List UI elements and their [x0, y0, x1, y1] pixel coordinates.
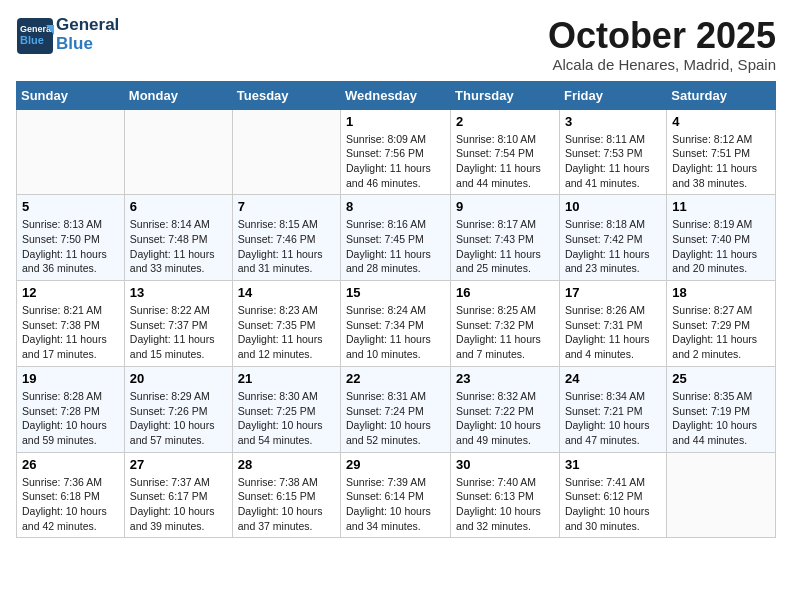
calendar-cell: 11Sunrise: 8:19 AM Sunset: 7:40 PM Dayli…: [667, 195, 776, 281]
calendar-cell: 20Sunrise: 8:29 AM Sunset: 7:26 PM Dayli…: [124, 366, 232, 452]
day-number: 7: [238, 199, 335, 214]
calendar-cell: [667, 452, 776, 538]
day-number: 6: [130, 199, 227, 214]
calendar-cell: [124, 109, 232, 195]
calendar-cell: 3Sunrise: 8:11 AM Sunset: 7:53 PM Daylig…: [559, 109, 666, 195]
day-number: 18: [672, 285, 770, 300]
cell-info: Sunrise: 7:39 AM Sunset: 6:14 PM Dayligh…: [346, 475, 445, 534]
calendar-cell: 8Sunrise: 8:16 AM Sunset: 7:45 PM Daylig…: [341, 195, 451, 281]
calendar-table: SundayMondayTuesdayWednesdayThursdayFrid…: [16, 81, 776, 539]
calendar-cell: 1Sunrise: 8:09 AM Sunset: 7:56 PM Daylig…: [341, 109, 451, 195]
calendar-cell: 2Sunrise: 8:10 AM Sunset: 7:54 PM Daylig…: [451, 109, 560, 195]
day-number: 23: [456, 371, 554, 386]
cell-info: Sunrise: 8:25 AM Sunset: 7:32 PM Dayligh…: [456, 303, 554, 362]
calendar-cell: 15Sunrise: 8:24 AM Sunset: 7:34 PM Dayli…: [341, 281, 451, 367]
calendar-cell: 14Sunrise: 8:23 AM Sunset: 7:35 PM Dayli…: [232, 281, 340, 367]
logo-icon: General Blue: [16, 17, 52, 53]
day-number: 9: [456, 199, 554, 214]
col-header-monday: Monday: [124, 81, 232, 109]
calendar-cell: 30Sunrise: 7:40 AM Sunset: 6:13 PM Dayli…: [451, 452, 560, 538]
cell-info: Sunrise: 8:09 AM Sunset: 7:56 PM Dayligh…: [346, 132, 445, 191]
calendar-cell: [232, 109, 340, 195]
calendar-cell: 31Sunrise: 7:41 AM Sunset: 6:12 PM Dayli…: [559, 452, 666, 538]
calendar-cell: 4Sunrise: 8:12 AM Sunset: 7:51 PM Daylig…: [667, 109, 776, 195]
calendar-cell: 28Sunrise: 7:38 AM Sunset: 6:15 PM Dayli…: [232, 452, 340, 538]
calendar-cell: 16Sunrise: 8:25 AM Sunset: 7:32 PM Dayli…: [451, 281, 560, 367]
cell-info: Sunrise: 7:41 AM Sunset: 6:12 PM Dayligh…: [565, 475, 661, 534]
day-number: 3: [565, 114, 661, 129]
day-number: 22: [346, 371, 445, 386]
cell-info: Sunrise: 8:34 AM Sunset: 7:21 PM Dayligh…: [565, 389, 661, 448]
logo-general-text: General: [56, 16, 119, 35]
calendar-cell: 21Sunrise: 8:30 AM Sunset: 7:25 PM Dayli…: [232, 366, 340, 452]
cell-info: Sunrise: 8:35 AM Sunset: 7:19 PM Dayligh…: [672, 389, 770, 448]
day-number: 12: [22, 285, 119, 300]
day-number: 21: [238, 371, 335, 386]
cell-info: Sunrise: 8:23 AM Sunset: 7:35 PM Dayligh…: [238, 303, 335, 362]
day-number: 24: [565, 371, 661, 386]
cell-info: Sunrise: 8:18 AM Sunset: 7:42 PM Dayligh…: [565, 217, 661, 276]
day-number: 10: [565, 199, 661, 214]
cell-info: Sunrise: 8:15 AM Sunset: 7:46 PM Dayligh…: [238, 217, 335, 276]
calendar-cell: 12Sunrise: 8:21 AM Sunset: 7:38 PM Dayli…: [17, 281, 125, 367]
day-number: 30: [456, 457, 554, 472]
day-number: 17: [565, 285, 661, 300]
col-header-sunday: Sunday: [17, 81, 125, 109]
logo: General Blue General Blue: [16, 16, 119, 53]
day-number: 14: [238, 285, 335, 300]
cell-info: Sunrise: 7:40 AM Sunset: 6:13 PM Dayligh…: [456, 475, 554, 534]
cell-info: Sunrise: 8:24 AM Sunset: 7:34 PM Dayligh…: [346, 303, 445, 362]
day-number: 20: [130, 371, 227, 386]
calendar-cell: 18Sunrise: 8:27 AM Sunset: 7:29 PM Dayli…: [667, 281, 776, 367]
cell-info: Sunrise: 8:26 AM Sunset: 7:31 PM Dayligh…: [565, 303, 661, 362]
day-number: 1: [346, 114, 445, 129]
calendar-cell: 25Sunrise: 8:35 AM Sunset: 7:19 PM Dayli…: [667, 366, 776, 452]
day-number: 4: [672, 114, 770, 129]
calendar-cell: 6Sunrise: 8:14 AM Sunset: 7:48 PM Daylig…: [124, 195, 232, 281]
calendar-cell: 17Sunrise: 8:26 AM Sunset: 7:31 PM Dayli…: [559, 281, 666, 367]
calendar-cell: 9Sunrise: 8:17 AM Sunset: 7:43 PM Daylig…: [451, 195, 560, 281]
cell-info: Sunrise: 8:12 AM Sunset: 7:51 PM Dayligh…: [672, 132, 770, 191]
col-header-wednesday: Wednesday: [341, 81, 451, 109]
cell-info: Sunrise: 8:31 AM Sunset: 7:24 PM Dayligh…: [346, 389, 445, 448]
day-number: 29: [346, 457, 445, 472]
day-number: 28: [238, 457, 335, 472]
cell-info: Sunrise: 8:29 AM Sunset: 7:26 PM Dayligh…: [130, 389, 227, 448]
day-number: 11: [672, 199, 770, 214]
calendar-cell: 29Sunrise: 7:39 AM Sunset: 6:14 PM Dayli…: [341, 452, 451, 538]
cell-info: Sunrise: 8:22 AM Sunset: 7:37 PM Dayligh…: [130, 303, 227, 362]
col-header-friday: Friday: [559, 81, 666, 109]
cell-info: Sunrise: 7:37 AM Sunset: 6:17 PM Dayligh…: [130, 475, 227, 534]
cell-info: Sunrise: 8:19 AM Sunset: 7:40 PM Dayligh…: [672, 217, 770, 276]
page-header: General Blue General Blue October 2025 A…: [16, 16, 776, 73]
cell-info: Sunrise: 8:14 AM Sunset: 7:48 PM Dayligh…: [130, 217, 227, 276]
cell-info: Sunrise: 8:30 AM Sunset: 7:25 PM Dayligh…: [238, 389, 335, 448]
calendar-cell: 27Sunrise: 7:37 AM Sunset: 6:17 PM Dayli…: [124, 452, 232, 538]
day-number: 2: [456, 114, 554, 129]
calendar-cell: [17, 109, 125, 195]
calendar-cell: 13Sunrise: 8:22 AM Sunset: 7:37 PM Dayli…: [124, 281, 232, 367]
cell-info: Sunrise: 8:32 AM Sunset: 7:22 PM Dayligh…: [456, 389, 554, 448]
day-number: 27: [130, 457, 227, 472]
cell-info: Sunrise: 8:28 AM Sunset: 7:28 PM Dayligh…: [22, 389, 119, 448]
day-number: 13: [130, 285, 227, 300]
calendar-cell: 19Sunrise: 8:28 AM Sunset: 7:28 PM Dayli…: [17, 366, 125, 452]
location: Alcala de Henares, Madrid, Spain: [548, 56, 776, 73]
cell-info: Sunrise: 8:21 AM Sunset: 7:38 PM Dayligh…: [22, 303, 119, 362]
cell-info: Sunrise: 8:10 AM Sunset: 7:54 PM Dayligh…: [456, 132, 554, 191]
cell-info: Sunrise: 8:16 AM Sunset: 7:45 PM Dayligh…: [346, 217, 445, 276]
calendar-cell: 26Sunrise: 7:36 AM Sunset: 6:18 PM Dayli…: [17, 452, 125, 538]
day-number: 8: [346, 199, 445, 214]
logo-blue-text: Blue: [56, 35, 119, 54]
cell-info: Sunrise: 7:38 AM Sunset: 6:15 PM Dayligh…: [238, 475, 335, 534]
cell-info: Sunrise: 8:27 AM Sunset: 7:29 PM Dayligh…: [672, 303, 770, 362]
day-number: 31: [565, 457, 661, 472]
title-block: October 2025 Alcala de Henares, Madrid, …: [548, 16, 776, 73]
day-number: 16: [456, 285, 554, 300]
cell-info: Sunrise: 8:13 AM Sunset: 7:50 PM Dayligh…: [22, 217, 119, 276]
calendar-cell: 10Sunrise: 8:18 AM Sunset: 7:42 PM Dayli…: [559, 195, 666, 281]
month-title: October 2025: [548, 16, 776, 56]
calendar-cell: 23Sunrise: 8:32 AM Sunset: 7:22 PM Dayli…: [451, 366, 560, 452]
col-header-thursday: Thursday: [451, 81, 560, 109]
day-number: 15: [346, 285, 445, 300]
